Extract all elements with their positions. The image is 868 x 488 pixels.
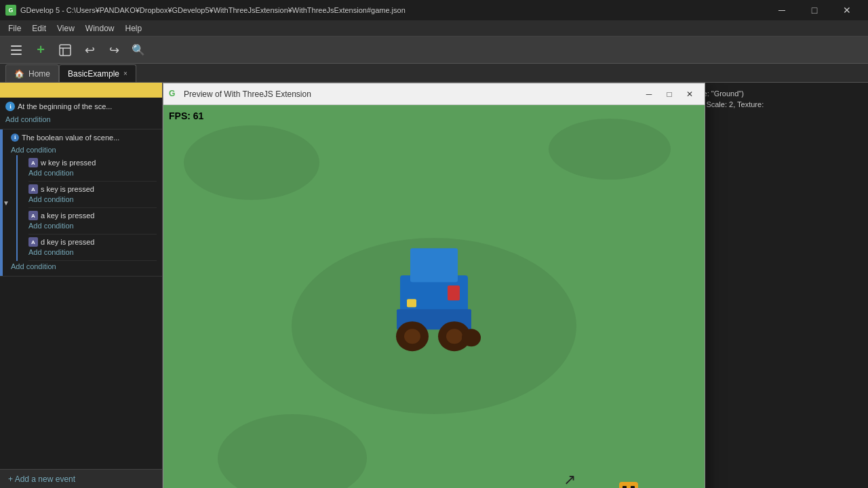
tab-home-label: Home — [28, 69, 50, 79]
prop-line-2: AZ: 0, Scale: 2, Texture: — [684, 99, 863, 110]
preview-maximize-button[interactable]: □ — [660, 87, 679, 102]
train-character — [373, 235, 495, 372]
condition-a: A a key is pressed Add condition — [28, 208, 157, 235]
app-icon: G — [5, 5, 16, 16]
menu-bar: File Edit View Window Help — [0, 20, 868, 37]
event-2-add-condition[interactable]: Add condition — [11, 144, 157, 155]
condition-a-label: a key is pressed — [41, 211, 94, 220]
maximize-button[interactable]: □ — [799, 0, 830, 20]
condition-s-icon: A — [28, 184, 38, 194]
svg-point-15 — [446, 329, 462, 344]
search-toolbar-button[interactable]: 🔍 — [127, 39, 149, 61]
ellipse-top-left — [184, 125, 319, 200]
condition-d-icon: A — [28, 237, 38, 247]
svg-point-14 — [404, 329, 420, 344]
main-content: ℹ At the beginning of the sce... Add con… — [0, 83, 868, 488]
add-new-event-label: + Add a new event — [8, 474, 75, 484]
title-text: GDevelop 5 - C:\Users¥PANDAKO¥Dropbox¥GD… — [20, 6, 762, 14]
condition-s: A s key is pressed Add condition — [28, 182, 157, 208]
tab-home[interactable]: 🏠 Home — [5, 64, 59, 82]
events-panel: ℹ At the beginning of the sce... Add con… — [0, 83, 163, 488]
menu-edit[interactable]: Edit — [26, 20, 52, 37]
event-2-icon: ℹ — [11, 134, 19, 142]
add-new-event-bar[interactable]: + Add a new event — [0, 469, 163, 488]
event-block-2: ▼ ℹ The boolean value of scene... Add co… — [0, 129, 162, 277]
condition-w-icon: A — [28, 158, 38, 167]
preview-title-bar: G Preview of With ThreeJS Extension ─ □ … — [163, 83, 705, 105]
window-controls: ─ □ ✕ — [766, 0, 863, 20]
condition-a-header: A a key is pressed — [28, 211, 157, 220]
right-panel: texture: "Ground") AZ: 0, Scale: 2, Text… — [163, 83, 868, 488]
menu-help[interactable]: Help — [120, 20, 148, 37]
condition-s-label: s key is pressed — [41, 185, 94, 193]
minimize-button[interactable]: ─ — [766, 0, 797, 20]
fps-counter: FPS: 61 — [169, 110, 203, 121]
svg-rect-2 — [11, 54, 22, 55]
event-2-text: The boolean value of scene... — [22, 134, 119, 142]
condition-s-add[interactable]: Add condition — [28, 194, 157, 205]
event-2-header: ℹ The boolean value of scene... — [11, 134, 157, 142]
nested-conditions: A w key is pressed Add condition A s key… — [16, 155, 157, 261]
preview-controls: ─ □ ✕ — [639, 87, 699, 102]
toolbar: + ↩ ↪ 🔍 — [0, 37, 868, 64]
properties-bar: texture: "Ground") AZ: 0, Scale: 2, Text… — [678, 83, 868, 488]
condition-d-header: A d key is pressed — [28, 237, 157, 247]
tab-basic-label: BasicExample — [68, 69, 119, 79]
ellipse-bottom-left — [218, 414, 367, 488]
svg-rect-3 — [60, 45, 71, 56]
ellipse-top-right — [549, 119, 671, 180]
condition-a-add[interactable]: Add condition — [28, 220, 157, 231]
tabs-bar: 🏠 Home BasicExample × — [0, 64, 868, 83]
collapse-icon[interactable]: ▼ — [3, 199, 9, 207]
add-toolbar-button[interactable]: + — [30, 39, 52, 61]
scene-toolbar-button[interactable] — [54, 39, 76, 61]
condition-w-add[interactable]: Add condition — [28, 167, 157, 178]
event-1-header: ℹ At the beginning of the sce... — [5, 102, 157, 111]
preview-title: Preview of With ThreeJS Extension — [184, 89, 635, 99]
menu-file[interactable]: File — [3, 20, 26, 37]
preview-minimize-button[interactable]: ─ — [639, 87, 658, 102]
condition-d: A d key is pressed Add condition — [28, 235, 157, 261]
event-2-final-add[interactable]: Add condition — [11, 261, 157, 272]
svg-rect-0 — [11, 45, 22, 47]
menu-view[interactable]: View — [52, 20, 80, 37]
mascot-character — [614, 481, 644, 488]
preview-gdevelop-icon: G — [169, 89, 180, 100]
event-1-text: At the beginning of the sce... — [18, 102, 112, 110]
events-wrapper: ℹ At the beginning of the sce... Add con… — [0, 98, 162, 488]
close-button[interactable]: ✕ — [831, 0, 863, 20]
tab-basic-example[interactable]: BasicExample × — [59, 64, 136, 82]
condition-w: A w key is pressed Add condition — [28, 155, 157, 182]
game-canvas: FPS: 61 — [163, 105, 705, 488]
svg-point-16 — [462, 329, 481, 346]
tab-close-icon[interactable]: × — [123, 70, 127, 77]
warning-bar — [0, 83, 162, 98]
condition-w-header: A w key is pressed — [28, 158, 157, 167]
condition-w-label: w key is pressed — [41, 159, 96, 167]
events-toolbar-button[interactable] — [5, 39, 27, 61]
event-block-1: ℹ At the beginning of the sce... Add con… — [0, 98, 162, 129]
svg-rect-9 — [407, 299, 416, 307]
svg-rect-18 — [619, 482, 638, 488]
menu-window[interactable]: Window — [80, 20, 120, 37]
redo-toolbar-button[interactable]: ↪ — [103, 39, 125, 61]
condition-a-icon: A — [28, 211, 38, 220]
cursor-pointer: ↗ — [564, 471, 576, 488]
svg-rect-7 — [410, 248, 458, 282]
preview-window: G Preview of With ThreeJS Extension ─ □ … — [163, 83, 705, 488]
svg-rect-1 — [11, 49, 22, 51]
title-bar: G GDevelop 5 - C:\Users¥PANDAKO¥Dropbox¥… — [0, 0, 868, 20]
prop-line-1: texture: "Ground") — [684, 88, 863, 99]
condition-d-add[interactable]: Add condition — [28, 247, 157, 258]
preview-close-button[interactable]: ✕ — [680, 87, 699, 102]
condition-d-label: d key is pressed — [41, 238, 94, 246]
condition-s-header: A s key is pressed — [28, 184, 157, 194]
undo-toolbar-button[interactable]: ↩ — [79, 39, 100, 61]
svg-rect-8 — [448, 285, 460, 300]
event-1-add-condition[interactable]: Add condition — [5, 114, 157, 125]
event-1-icon: ℹ — [5, 102, 15, 111]
